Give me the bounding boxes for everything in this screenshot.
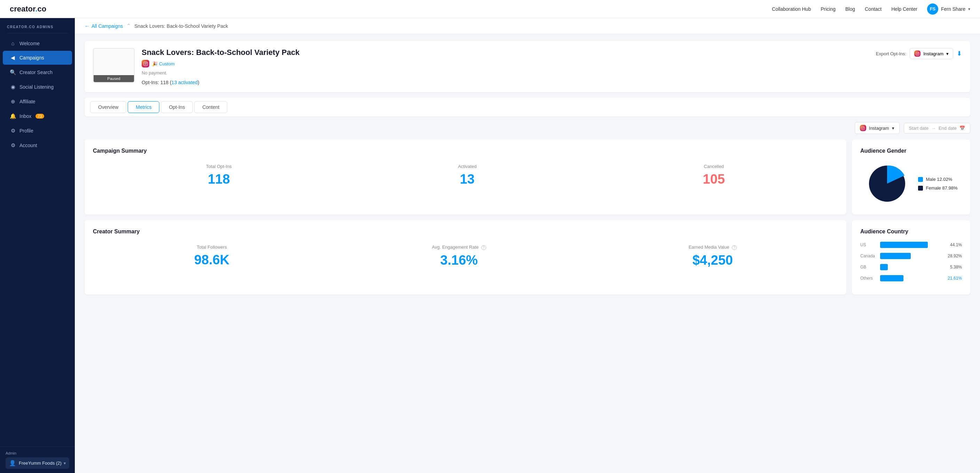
sidebar-item-welcome[interactable]: ⌂ Welcome bbox=[3, 37, 72, 50]
logo: creator.co bbox=[10, 5, 46, 14]
country-others-label: Others bbox=[860, 276, 876, 281]
country-canada-label: Canada bbox=[860, 254, 876, 259]
country-us-pct: 44.1% bbox=[950, 243, 962, 247]
sidebar-item-profile[interactable]: ⚙ Profile bbox=[3, 124, 72, 138]
svg-point-4 bbox=[917, 53, 918, 54]
account-name: FreeYumm Foods (2) bbox=[19, 460, 62, 466]
engagement-rate-metric: Avg. Engagement Rate ? 3.16% bbox=[432, 244, 486, 268]
custom-tag[interactable]: 🎉 Custom bbox=[152, 61, 175, 67]
home-icon: ⌂ bbox=[10, 40, 16, 46]
country-us: US 44.1% bbox=[860, 242, 962, 248]
avatar: FS bbox=[927, 3, 938, 14]
engagement-info-icon[interactable]: ? bbox=[481, 245, 486, 250]
calendar-icon: 📅 bbox=[959, 125, 965, 131]
tab-opt-ins[interactable]: Opt-Ins bbox=[161, 101, 193, 113]
breadcrumb-back-label: All Campaigns bbox=[92, 23, 123, 29]
sidebar-item-account[interactable]: ⚙ Account bbox=[3, 138, 72, 152]
stats-grid-top: Campaign Summary Total Opt-Ins 118 Activ… bbox=[84, 140, 970, 214]
export-platform-select[interactable]: Instagram ▾ bbox=[910, 48, 953, 59]
campaigns-icon: ◀ bbox=[10, 55, 16, 61]
country-others-bar-wrap bbox=[880, 275, 941, 281]
breadcrumb-back-button[interactable]: ← All Campaigns bbox=[84, 23, 123, 29]
female-legend-label: Female 87.98% bbox=[926, 186, 958, 190]
username: Fern Share bbox=[941, 6, 966, 12]
platform-filter-chevron: ▾ bbox=[892, 125, 894, 131]
stats-grid-bottom: Creator Summary Total Followers 98.6K Av… bbox=[84, 220, 970, 295]
earned-media-value: $4,250 bbox=[689, 253, 737, 268]
country-others-bar bbox=[880, 275, 904, 281]
nav-blog[interactable]: Blog bbox=[845, 6, 855, 12]
filters-row: Instagram ▾ Start date → End date 📅 bbox=[84, 122, 970, 134]
sidebar-item-label: Affiliate bbox=[19, 99, 35, 104]
nav-pricing[interactable]: Pricing bbox=[821, 6, 835, 12]
country-canada-pct: 28.92% bbox=[948, 254, 962, 259]
sidebar-item-affiliate[interactable]: ⊕ Affiliate bbox=[3, 95, 72, 108]
campaign-optins: Opt-Ins: 118 (13 activated) bbox=[142, 79, 869, 85]
legend-female: Female 87.98% bbox=[918, 186, 958, 190]
end-date-placeholder: End date bbox=[939, 125, 957, 131]
content-area: ← All Campaigns ⌃ Snack Lovers: Back-to-… bbox=[75, 18, 980, 473]
creator-metrics: Total Followers 98.6K Avg. Engagement Ra… bbox=[93, 242, 838, 271]
account-selector[interactable]: 👤 FreeYumm Foods (2) ▾ bbox=[6, 457, 69, 469]
sidebar-item-label: Inbox bbox=[19, 113, 31, 119]
pie-container: Male 12.02% Female 87.98% bbox=[860, 161, 962, 206]
date-arrow-icon: → bbox=[931, 125, 936, 131]
tabs-bar: Overview Metrics Opt-Ins Content bbox=[84, 98, 970, 116]
affiliate-icon: ⊕ bbox=[10, 98, 16, 105]
audience-country-title: Audience Country bbox=[860, 229, 962, 235]
campaign-payment: No payment. bbox=[142, 70, 869, 75]
country-canada-bar bbox=[880, 253, 911, 259]
country-canada: Canada 28.92% bbox=[860, 253, 962, 259]
svg-point-8 bbox=[864, 127, 864, 127]
account-chevron-icon: ▾ bbox=[64, 461, 66, 466]
nav-links: Collaboration Hub Pricing Blog Contact H… bbox=[772, 3, 970, 14]
user-chevron-icon: ▾ bbox=[968, 6, 970, 11]
sidebar-item-creator-search[interactable]: 🔍 Creator Search bbox=[3, 65, 72, 79]
audience-gender-card: Audience Gender bbox=[852, 140, 970, 214]
campaign-metrics: Total Opt-Ins 118 Activated 13 Cancelled… bbox=[93, 161, 838, 190]
emv-info-icon[interactable]: ? bbox=[732, 245, 737, 250]
nav-collaboration-hub[interactable]: Collaboration Hub bbox=[772, 6, 811, 12]
sidebar-item-label: Creator Search bbox=[19, 70, 52, 75]
total-followers-label: Total Followers bbox=[194, 244, 229, 250]
pie-chart bbox=[864, 161, 910, 206]
cancelled-value: 105 bbox=[703, 172, 725, 187]
sidebar: CREATOR.CO ADMINS ⌂ Welcome ◀ Campaigns … bbox=[0, 18, 75, 473]
sidebar-item-campaigns[interactable]: ◀ Campaigns bbox=[3, 51, 72, 65]
sidebar-footer: Admin 👤 FreeYumm Foods (2) ▾ bbox=[0, 446, 75, 473]
total-followers-metric: Total Followers 98.6K bbox=[194, 244, 229, 268]
start-date-placeholder: Start date bbox=[909, 125, 929, 131]
top-nav: creator.co Collaboration Hub Pricing Blo… bbox=[0, 0, 980, 18]
campaign-header: Paused Snack Lovers: Back-to-School Vari… bbox=[84, 41, 970, 92]
nav-contact[interactable]: Contact bbox=[865, 6, 881, 12]
export-chevron-icon: ▾ bbox=[946, 51, 949, 56]
tab-content[interactable]: Content bbox=[194, 101, 227, 113]
total-followers-value: 98.6K bbox=[194, 252, 229, 267]
export-download-button[interactable]: ⬇ bbox=[957, 50, 962, 57]
campaign-export: Export Opt-Ins: Instagram ▾ ⬇ bbox=[876, 48, 962, 59]
country-gb-bar bbox=[880, 264, 888, 270]
campaign-summary-title: Campaign Summary bbox=[93, 148, 838, 154]
start-date-input[interactable]: Start date → End date 📅 bbox=[904, 123, 970, 133]
optins-link[interactable]: 13 activated bbox=[172, 79, 198, 85]
sidebar-item-label: Profile bbox=[19, 128, 33, 133]
sidebar-item-inbox[interactable]: 🔔 Inbox 73 bbox=[3, 109, 72, 123]
nav-help-center[interactable]: Help Center bbox=[891, 6, 917, 12]
platform-filter[interactable]: Instagram ▾ bbox=[855, 122, 900, 134]
campaign-tags: 🎉 Custom bbox=[142, 60, 869, 67]
sidebar-item-social-listening[interactable]: ◉ Social Listening bbox=[3, 80, 72, 94]
tab-metrics[interactable]: Metrics bbox=[128, 101, 159, 113]
listening-icon: ◉ bbox=[10, 84, 16, 90]
sidebar-divider bbox=[7, 33, 68, 33]
country-others: Others 21.61% bbox=[860, 275, 962, 281]
user-menu[interactable]: FS Fern Share ▾ bbox=[927, 3, 970, 14]
account-left: 👤 FreeYumm Foods (2) bbox=[9, 460, 62, 467]
sidebar-item-label: Social Listening bbox=[19, 84, 54, 90]
country-us-label: US bbox=[860, 243, 876, 247]
male-color-dot bbox=[918, 177, 923, 182]
tab-overview[interactable]: Overview bbox=[90, 101, 126, 113]
campaign-thumbnail: Paused bbox=[93, 48, 135, 83]
inbox-badge: 73 bbox=[35, 114, 44, 119]
country-us-bar bbox=[880, 242, 928, 248]
creator-summary-card: Creator Summary Total Followers 98.6K Av… bbox=[84, 220, 846, 295]
